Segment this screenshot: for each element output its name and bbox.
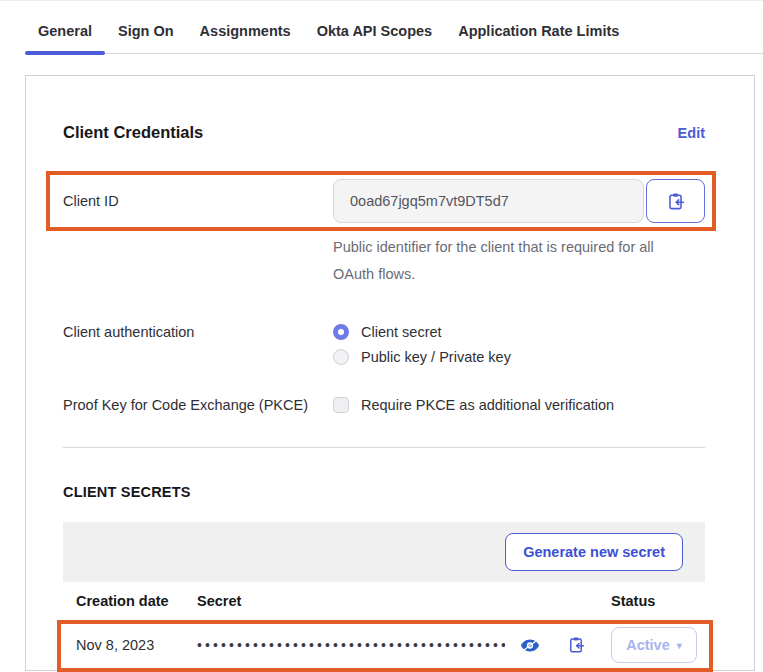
radio-selected-icon[interactable] [333, 324, 349, 340]
radio-unselected-icon[interactable] [333, 349, 349, 365]
eye-icon [521, 639, 539, 652]
copy-client-id-button[interactable] [646, 179, 705, 223]
tab-okta-api-scopes[interactable]: Okta API Scopes [304, 10, 446, 53]
masked-secret-value: •••••••••••••••••••••••••••••••••••••••• [197, 637, 505, 653]
client-id-row: Client ID 0oad67jgq5m7vt9DT5d7 [63, 178, 705, 224]
clipboard-copy-icon [666, 192, 685, 211]
tab-assignments[interactable]: Assignments [187, 10, 304, 53]
header-status: Status [607, 593, 705, 609]
copy-secret-button[interactable] [567, 636, 585, 654]
client-credentials-title: Client Credentials [63, 123, 203, 142]
status-label: Active [626, 637, 670, 653]
section-divider [63, 447, 705, 448]
general-settings-card: Client Credentials Edit Client ID 0oad67… [25, 75, 755, 671]
client-id-label: Client ID [63, 193, 333, 209]
header-secret: Secret [197, 593, 607, 609]
pkce-checkbox-option[interactable]: Require PKCE as additional verification [333, 397, 614, 413]
client-secrets-toolbar: Generate new secret [63, 522, 705, 582]
header-creation-date: Creation date [63, 593, 197, 609]
app-tab-bar: General Sign On Assignments Okta API Sco… [25, 10, 763, 54]
client-authentication-label: Client authentication [63, 324, 333, 340]
generate-new-secret-button[interactable]: Generate new secret [505, 533, 683, 571]
client-id-help-text: Public identifier for the client that is… [333, 234, 669, 288]
radio-option-client-secret[interactable]: Client secret [333, 324, 511, 340]
edit-link[interactable]: Edit [678, 125, 705, 141]
secret-creation-date: Nov 8, 2023 [63, 637, 197, 653]
chevron-down-icon: ▾ [677, 640, 682, 651]
pkce-label: Proof Key for Code Exchange (PKCE) [63, 397, 333, 413]
radio-label: Client secret [361, 324, 442, 340]
clipboard-copy-icon [567, 636, 585, 654]
tab-sign-on[interactable]: Sign On [105, 10, 187, 53]
client-id-field[interactable]: 0oad67jgq5m7vt9DT5d7 [333, 179, 644, 223]
radio-label: Public key / Private key [361, 349, 511, 365]
pkce-row: Proof Key for Code Exchange (PKCE) Requi… [63, 397, 705, 413]
pkce-option-label: Require PKCE as additional verification [361, 397, 614, 413]
status-dropdown-button[interactable]: Active ▾ [611, 627, 697, 663]
client-secrets-title: CLIENT SECRETS [63, 484, 705, 500]
radio-option-public-private-key[interactable]: Public key / Private key [333, 349, 511, 365]
client-authentication-row: Client authentication Client secret Publ… [63, 324, 705, 365]
reveal-secret-button[interactable] [521, 639, 539, 652]
tab-general[interactable]: General [25, 10, 105, 53]
secrets-table-header: Creation date Secret Status [63, 582, 705, 622]
tab-application-rate-limits[interactable]: Application Rate Limits [445, 10, 632, 53]
checkbox-unchecked-icon[interactable] [333, 397, 349, 413]
secret-table-row: Nov 8, 2023 ••••••••••••••••••••••••••••… [63, 622, 705, 670]
